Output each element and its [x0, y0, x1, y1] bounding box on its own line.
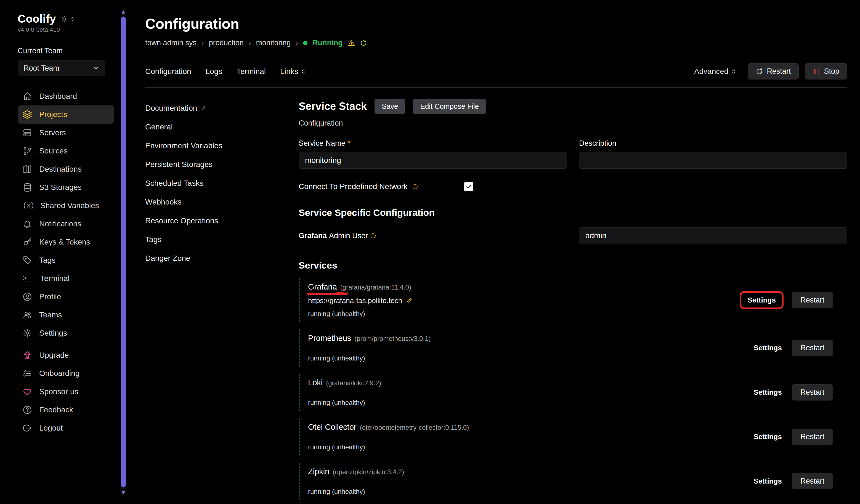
refresh-status-icon[interactable] [360, 40, 367, 47]
layers-icon [23, 110, 32, 119]
vertical-scrollbar[interactable]: ▲ ▼ [121, 8, 126, 496]
service-link-row: https://grafana-tas.pollito.tech [308, 297, 740, 305]
service-settings-button[interactable]: Settings [752, 477, 784, 486]
sidebar-item-sponsor[interactable]: Sponsor us [18, 383, 114, 401]
warning-icon[interactable] [348, 40, 355, 47]
sidebar-item-onboarding[interactable]: Onboarding [18, 364, 114, 383]
theme-switcher[interactable] [61, 15, 76, 23]
subnav-scheduled-tasks[interactable]: Scheduled Tasks [145, 174, 299, 193]
sidebar-item-label: Profile [39, 292, 61, 301]
sidebar-item-servers[interactable]: Servers [18, 124, 114, 142]
tab-logs[interactable]: Logs [206, 67, 223, 76]
team-select[interactable]: Root Team [18, 60, 105, 76]
database-icon [23, 183, 32, 192]
sidebar-item-label: Shared Variables [40, 201, 99, 210]
scrollbar-thumb[interactable] [121, 17, 126, 487]
service-name: Loki [308, 378, 322, 387]
form-subtitle: Configuration [299, 119, 847, 128]
info-icon[interactable] [370, 233, 376, 239]
info-icon[interactable] [412, 184, 418, 190]
edit-compose-file-button[interactable]: Edit Compose File [413, 99, 486, 114]
grafana-admin-user-input[interactable] [579, 228, 847, 244]
tab-bar: Configuration Logs Terminal Links Advanc… [145, 63, 847, 80]
restart-button[interactable]: Restart [748, 63, 799, 80]
service-image-tag: (openzipkin/zipkin:3.4.2) [333, 468, 404, 476]
service-restart-button[interactable]: Restart [792, 429, 833, 445]
restart-label: Restart [767, 67, 791, 76]
sidebar-item-label: Feedback [39, 405, 73, 414]
advanced-label: Advanced [694, 67, 729, 76]
service-restart-button[interactable]: Restart [792, 340, 833, 356]
sidebar-item-notifications[interactable]: Notifications [18, 215, 114, 233]
sidebar-item-keys-tokens[interactable]: Keys & Tokens [18, 233, 114, 251]
config-subnav: Documentation ↗ General Environment Vari… [145, 99, 299, 496]
subnav-danger-zone[interactable]: Danger Zone [145, 249, 299, 268]
breadcrumb-project[interactable]: town admin sys [145, 39, 197, 47]
terminal-icon: >_ [23, 274, 33, 283]
scroll-down-arrow[interactable]: ▼ [120, 490, 126, 495]
breadcrumb-environment[interactable]: production [209, 39, 244, 47]
predefined-network-checkbox[interactable] [464, 182, 473, 191]
service-settings-button[interactable]: Settings [746, 296, 777, 305]
description-input[interactable] [579, 152, 847, 169]
edit-pencil-icon[interactable] [406, 298, 412, 304]
scroll-up-arrow[interactable]: ▲ [120, 9, 126, 14]
service-restart-button[interactable]: Restart [792, 473, 833, 489]
sidebar-item-tags[interactable]: Tags [18, 251, 114, 269]
team-select-value: Root Team [24, 64, 59, 73]
save-button[interactable]: Save [374, 99, 405, 114]
sidebar-item-shared-variables[interactable]: (x) Shared Variables [18, 197, 114, 215]
sidebar-item-s3-storages[interactable]: S3 Storages [18, 178, 114, 197]
advanced-dropdown[interactable]: Advanced [694, 67, 737, 76]
sidebar-item-profile[interactable]: Profile [18, 288, 114, 306]
breadcrumb-service[interactable]: monitoring [256, 39, 291, 47]
sidebar-item-label: Dashboard [39, 92, 77, 101]
tab-links-label: Links [280, 67, 298, 76]
tab-links[interactable]: Links [280, 67, 306, 76]
sidebar-item-dashboard[interactable]: Dashboard [18, 87, 114, 105]
sidebar-item-teams[interactable]: Teams [18, 306, 114, 324]
sidebar-item-sources[interactable]: Sources [18, 142, 114, 160]
sidebar-item-destinations[interactable]: Destinations [18, 160, 114, 178]
service-row-loki: Loki (grafana/loki:2.9.2) running (unhea… [299, 374, 847, 411]
subnav-tags[interactable]: Tags [145, 230, 299, 249]
sidebar: Coolify v4.0.0-beta.419 Current Team Roo… [8, 8, 116, 496]
services-list: Grafana (grafana/grafana:11.4.0) https:/… [299, 278, 847, 500]
sidebar-item-logout[interactable]: Logout [18, 419, 114, 437]
sidebar-item-label: Sponsor us [39, 387, 78, 396]
service-settings-button[interactable]: Settings [752, 343, 784, 352]
sidebar-item-terminal[interactable]: >_ Terminal [18, 269, 114, 288]
sidebar-item-feedback[interactable]: Feedback [18, 401, 114, 419]
gear-icon [23, 329, 32, 338]
breadcrumb-separator: › [201, 39, 204, 47]
subnav-persistent-storages[interactable]: Persistent Storages [145, 155, 299, 174]
heart-icon [23, 387, 32, 397]
service-row-zipkin: Zipkin (openzipkin/zipkin:3.4.2) running… [299, 463, 847, 500]
stop-button[interactable]: Stop [805, 63, 847, 80]
service-name-input[interactable] [299, 152, 567, 169]
sidebar-item-upgrade[interactable]: Upgrade [18, 346, 114, 364]
required-mark: * [348, 139, 351, 148]
tab-terminal[interactable]: Terminal [236, 67, 266, 76]
service-restart-button[interactable]: Restart [792, 292, 833, 308]
sidebar-item-label: Destinations [39, 165, 82, 174]
service-settings-button[interactable]: Settings [752, 388, 784, 397]
sidebar-item-label: Projects [39, 110, 67, 119]
variable-icon: (x) [23, 201, 33, 210]
sidebar-item-settings[interactable]: Settings [18, 324, 114, 342]
tab-configuration[interactable]: Configuration [145, 67, 191, 76]
subnav-webhooks[interactable]: Webhooks [145, 193, 299, 212]
service-restart-button[interactable]: Restart [792, 384, 833, 401]
app-version: v4.0.0-beta.419 [18, 26, 114, 33]
service-url[interactable]: https://grafana-tas.pollito.tech [308, 297, 402, 305]
sidebar-item-projects[interactable]: Projects [18, 105, 114, 124]
service-image-tag: (grafana/grafana:11.4.0) [340, 284, 411, 291]
subnav-general[interactable]: General [145, 118, 299, 136]
subnav-documentation[interactable]: Documentation ↗ [145, 99, 299, 118]
subnav-resource-operations[interactable]: Resource Operations [145, 212, 299, 230]
external-link-icon: ↗ [200, 104, 206, 112]
subnav-environment-variables[interactable]: Environment Variables [145, 136, 299, 155]
sidebar-nav: Dashboard Projects Servers Sources Desti… [18, 87, 114, 437]
service-settings-button[interactable]: Settings [752, 432, 784, 441]
sidebar-item-label: Onboarding [39, 369, 80, 378]
